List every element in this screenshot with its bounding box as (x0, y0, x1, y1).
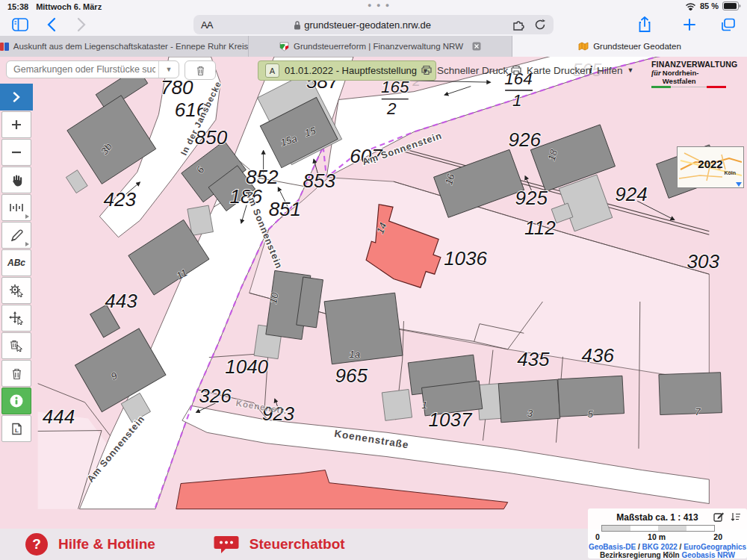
chevron-right-icon (13, 92, 20, 102)
share-icon[interactable] (635, 16, 654, 34)
search-dropdown-icon[interactable]: ▼ (158, 61, 179, 78)
parcel-label: 924 (615, 183, 647, 205)
forward-icon[interactable] (72, 16, 91, 34)
expand-sidebar-button[interactable] (0, 84, 33, 111)
hand-icon (10, 173, 23, 187)
tab-title: Grundsteuer Geodaten (593, 42, 681, 51)
parcel-label: 436 (581, 344, 614, 367)
finanzverwaltung-logo: FINANZVERWALTUNG fürNordrhein-Westfalen (651, 60, 726, 88)
parcel-label: 423 (104, 188, 137, 211)
zoom-out-button[interactable] (1, 139, 31, 166)
help-label: Hilfen (597, 65, 623, 76)
tabs-overview-icon[interactable] (719, 16, 738, 34)
help-hotline-label: Hilfe & Hotline (58, 536, 155, 553)
tab-grundsteuerreform[interactable]: Grundsteuerreform | Finanzverwaltung NRW (249, 36, 512, 57)
pan-button[interactable] (1, 167, 31, 193)
overview-map[interactable]: 2022 Köln (677, 146, 744, 188)
printer-icon (421, 65, 433, 75)
tab-bar: Auskunft aus dem Liegenschaftskataster -… (0, 36, 747, 57)
info-icon (9, 393, 24, 408)
printer-icon (510, 65, 522, 75)
map-tool-sidebar: ABc L (0, 84, 33, 442)
map-canvas[interactable]: 7806168508521868518536074234434443269231… (0, 57, 747, 560)
trash-cursor-icon (9, 339, 24, 352)
tab-close-icon[interactable] (472, 42, 481, 51)
status-date: Mittwoch 6. März (36, 2, 102, 11)
tab-liegenschaftskataster[interactable]: Auskunft aus dem Liegenschaftskataster -… (0, 36, 249, 57)
steuerchatbot-button[interactable]: Steuerchatbot (214, 533, 345, 556)
pencil-icon (10, 229, 23, 242)
quick-print-button[interactable]: Schneller Druck (421, 61, 508, 79)
tab-favicon-nrw-crest (279, 42, 289, 52)
plus-icon (10, 119, 22, 131)
map-area[interactable]: 7806168508521868518536074234434443269231… (0, 57, 747, 560)
building-label: 3 (527, 408, 533, 419)
status-time-date: 15:38Mittwoch 6. März (7, 2, 102, 11)
multitask-indicator-icon: ● ● ● (368, 1, 391, 9)
new-tab-icon[interactable] (680, 16, 699, 34)
lock-icon (294, 20, 301, 30)
parcel-label: 443 (105, 290, 137, 312)
attribution-link[interactable]: BKG 2022 (642, 543, 678, 551)
attribution-link[interactable]: Geobasis NRW (681, 551, 735, 559)
attribution-link[interactable]: EuroGeographics (684, 543, 746, 551)
reader-options-button[interactable]: AA (201, 19, 212, 31)
feststellung-badge: A (265, 63, 279, 78)
document-l-icon: L (11, 423, 22, 435)
search-box[interactable]: ▼ (6, 60, 179, 78)
tab-title: Auskunft aus dem Liegenschaftskataster -… (13, 42, 249, 51)
sidebar-toggle-icon[interactable] (10, 16, 30, 34)
parcel-label: 326 (199, 385, 232, 407)
clear-search-button[interactable] (185, 60, 216, 80)
tab-favicon-kataster (0, 42, 9, 52)
measure-button[interactable] (1, 194, 31, 221)
extensions-icon[interactable] (512, 19, 525, 31)
parcel-label: 112 (524, 217, 556, 239)
parcel-label: 926 (508, 128, 541, 151)
help-menu-button[interactable]: i Hilfen ▼ (589, 61, 633, 79)
parcel-label: 1 (512, 91, 522, 110)
text-label-button[interactable]: ABc (1, 249, 31, 276)
delete-feature-button[interactable] (1, 332, 31, 359)
back-icon[interactable] (42, 16, 61, 34)
parcel-label: 1040 (225, 355, 268, 378)
report-document-button[interactable]: L (1, 415, 31, 442)
clock: 15:38 (7, 2, 28, 11)
battery-percent: 85 % (700, 1, 719, 10)
scale-label: Maßstab ca. 1 : 413 (601, 512, 713, 523)
building-label: 1a (349, 349, 360, 360)
submenu-arrow-icon (25, 242, 29, 246)
zoom-in-button[interactable] (1, 111, 31, 138)
tab-grundsteuer-geodaten[interactable]: Grundsteuer Geodaten (512, 36, 747, 57)
print-map-button[interactable]: Karte Drucken (510, 61, 591, 79)
parcel-label: 444 (43, 405, 75, 428)
parcel-label: 1037 (428, 408, 472, 431)
draw-button[interactable] (1, 222, 31, 249)
building-label: 5 (588, 408, 594, 420)
parcel-label: 303 (687, 250, 720, 273)
navigation-bar: AA grundsteuer-geodaten.nrw.de (0, 13, 747, 36)
feststellung-select[interactable]: A 01.01.2022 - Hauptfeststellung ▼ (258, 60, 436, 81)
print-map-label: Karte Drucken (527, 65, 591, 76)
delete-all-button[interactable] (1, 360, 31, 387)
search-input[interactable] (7, 64, 158, 75)
parcel-label: 851 (269, 198, 301, 220)
move-arrows-cursor-icon (9, 311, 24, 325)
attribution-link[interactable]: GeoBasis-DE (589, 543, 636, 551)
trash-icon (196, 65, 205, 76)
layer-order-icon[interactable] (731, 511, 741, 523)
move-feature-button[interactable] (1, 305, 31, 332)
logo-fuer: für (651, 69, 661, 77)
scale-ticks: 010 m20 (595, 532, 722, 541)
gear-cursor-icon (9, 284, 24, 297)
question-icon: ? (25, 533, 48, 556)
help-hotline-button[interactable]: ? Hilfe & Hotline (25, 533, 155, 556)
scale-panel: Maßstab ca. 1 : 413 010 m20 GeoBasis-DE … (588, 508, 747, 559)
edit-scale-icon[interactable] (713, 511, 725, 523)
address-bar[interactable]: AA grundsteuer-geodaten.nrw.de (193, 15, 554, 34)
reload-icon[interactable] (534, 19, 546, 31)
scale-bar (601, 525, 715, 532)
info-tool-button[interactable] (1, 388, 31, 414)
modify-settings-button[interactable] (1, 277, 31, 304)
overview-collapse-icon[interactable] (736, 182, 742, 187)
